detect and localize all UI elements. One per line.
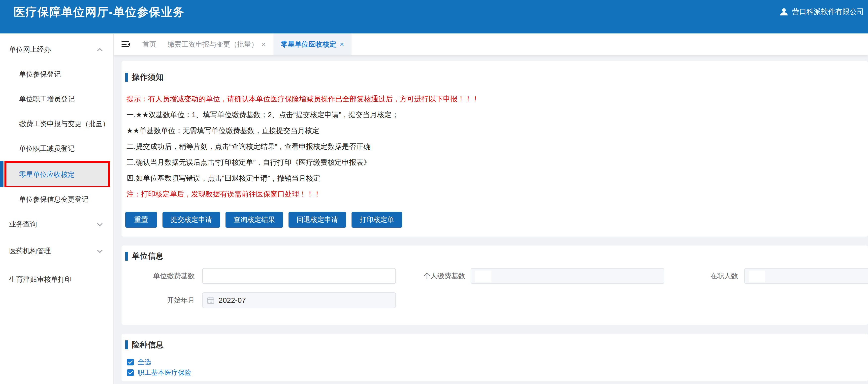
sidebar-active-indicator <box>0 161 3 188</box>
notice-warning-top: 提示：有人员增减变动的单位，请确认本单位医疗保险增减员操作已全部复核通过后，方可… <box>126 91 858 107</box>
employee-count-label: 在职人数 <box>672 268 738 284</box>
sidebar-group-label: 单位网上经办 <box>9 45 51 54</box>
sidebar-item-label: 缴费工资申报与变更（批量） <box>19 119 110 129</box>
sidebar: 单位网上经办 单位参保登记 单位职工增员登记 缴费工资申报与变更（批量） 单位职… <box>0 33 114 384</box>
app-header: 医疗保障单位网厅-单位参保业务 营口科派软件有限公司 <box>0 0 868 33</box>
app-root: 医疗保障单位网厅-单位参保业务 营口科派软件有限公司 单位网上经办 单位参保登记… <box>0 0 868 384</box>
action-button-row: 重置 提交核定申请 查询核定结果 回退核定申请 打印核定单 <box>125 212 402 228</box>
notice-line-1: 一.★★双基数单位：1、填写单位缴费基数；2、点击“提交核定申请”，提交当月核定… <box>126 107 858 123</box>
employee-count-input-disabled <box>744 268 868 284</box>
sidebar-item-label: 单位参保登记 <box>19 70 61 79</box>
sidebar-group-business-query[interactable]: 业务查询 <box>0 212 113 237</box>
section-title-text: 险种信息 <box>132 339 163 350</box>
title-bar-accent <box>125 73 128 82</box>
user-name: 营口科派软件有限公司 <box>792 7 864 17</box>
start-month-label: 开始年月 <box>129 292 195 308</box>
section-title-insurance: 险种信息 <box>125 339 163 350</box>
sidebar-item-label: 单位职工增员登记 <box>19 94 75 104</box>
personal-base-label: 个人缴费基数 <box>399 268 465 284</box>
tab-bar: 首页 缴费工资申报与变更（批量） × 零星单位应收核定 × <box>114 33 868 55</box>
card-insurance-info: 险种信息 全选 职工基本医疗保险 <box>122 334 868 381</box>
sidebar-group-unit-online[interactable]: 单位网上经办 <box>0 37 113 62</box>
notice-line-4: 三.确认当月数据无误后点击“打印核定单”，自行打印《医疗缴费核定申报表》 <box>126 154 858 170</box>
section-title-text: 操作须知 <box>132 72 163 83</box>
sidebar-item-label: 零星单位应收核定 <box>19 170 75 179</box>
close-icon[interactable]: × <box>340 41 344 48</box>
select-all-option[interactable]: 全选 <box>127 357 151 366</box>
unit-base-label: 单位缴费基数 <box>129 268 195 284</box>
collapse-menu-icon[interactable] <box>122 41 130 48</box>
submit-assessment-button[interactable]: 提交核定申请 <box>162 212 220 228</box>
calendar-icon <box>207 296 215 304</box>
tab-sporadic-assessment-active[interactable]: 零星单位应收核定 × <box>273 33 352 55</box>
tab-label: 零星单位应收核定 <box>281 40 336 49</box>
sidebar-group-label: 医药机构管理 <box>9 246 51 256</box>
start-month-value: 2022-07 <box>219 296 246 305</box>
rollback-request-button[interactable]: 回退核定申请 <box>288 212 346 228</box>
sidebar-group-medical-org[interactable]: 医药机构管理 <box>0 239 113 264</box>
sidebar-item-label: 单位职工减员登记 <box>19 144 75 153</box>
chevron-down-icon <box>98 249 102 253</box>
card-unit-info: 单位信息 单位缴费基数 个人缴费基数 在职人数 开始年月 <box>122 246 868 325</box>
tab-home[interactable]: 首页 <box>143 40 156 49</box>
notice-line-3: 二.提交成功后，稍等片刻，点击“查询核定结果”，查看申报核定数据是否正确 <box>126 138 858 154</box>
sidebar-item-unit-info-change[interactable]: 单位参保信息变更登记 <box>0 187 113 212</box>
page-title: 医疗保障单位网厅-单位参保业务 <box>13 4 185 20</box>
sidebar-item-label: 生育津贴审核单打印 <box>9 275 72 284</box>
unit-base-input[interactable] <box>202 268 396 284</box>
select-all-checkbox[interactable] <box>127 359 134 365</box>
sidebar-item-label: 单位参保信息变更登记 <box>19 195 89 204</box>
redacted-value-patch <box>749 271 765 282</box>
section-title-unit-info: 单位信息 <box>125 251 163 261</box>
notice-lines: 提示：有人员增减变动的单位，请确认本单位医疗保险增减员操作已全部复核通过后，方可… <box>126 91 858 202</box>
title-bar-accent <box>125 252 128 260</box>
checkbox-label: 职工基本医疗保险 <box>138 368 191 377</box>
sidebar-item-maternity-print[interactable]: 生育津贴审核单打印 <box>0 267 113 292</box>
user-icon <box>779 7 788 16</box>
chevron-up-icon <box>98 47 102 52</box>
notice-line-2: ★★单基数单位：无需填写单位缴费基数，直接提交当月核定 <box>126 123 858 138</box>
sidebar-item-employee-remove[interactable]: 单位职工减员登记 <box>0 136 113 161</box>
tab-salary-batch[interactable]: 缴费工资申报与变更（批量） × <box>168 33 271 55</box>
section-title-notice: 操作须知 <box>125 72 163 83</box>
start-month-input-disabled: 2022-07 <box>202 292 396 308</box>
sidebar-item-salary-batch[interactable]: 缴费工资申报与变更（批量） <box>0 111 113 136</box>
basic-medical-insurance-checkbox[interactable] <box>127 370 134 376</box>
sidebar-item-unit-register[interactable]: 单位参保登记 <box>0 62 113 87</box>
title-bar-accent <box>125 340 128 349</box>
user-info[interactable]: 营口科派软件有限公司 <box>779 7 864 17</box>
sidebar-group-label: 业务查询 <box>9 219 37 229</box>
main-content: 操作须知 提示：有人员增减变动的单位，请确认本单位医疗保险增减员操作已全部复核通… <box>114 55 868 384</box>
personal-base-input-disabled <box>471 268 664 284</box>
close-icon[interactable]: × <box>261 41 266 48</box>
notice-line-5: 四.如单位基数填写错误，点击“回退核定申请”，撤销当月核定 <box>126 170 858 186</box>
basic-medical-insurance-option[interactable]: 职工基本医疗保险 <box>127 368 191 377</box>
sidebar-item-employee-add[interactable]: 单位职工增员登记 <box>0 87 113 111</box>
checkbox-label: 全选 <box>138 357 151 366</box>
notice-warning-bottom: 注：打印核定单后，发现数据有误需前往医保窗口处理！！！ <box>126 186 858 202</box>
query-result-button[interactable]: 查询核定结果 <box>225 212 283 228</box>
sidebar-item-sporadic-assessment-active[interactable]: 零星单位应收核定 <box>4 161 110 188</box>
chevron-down-icon <box>98 222 102 226</box>
print-sheet-button[interactable]: 打印核定单 <box>351 212 402 228</box>
reset-button[interactable]: 重置 <box>125 212 157 228</box>
section-title-text: 单位信息 <box>132 251 163 261</box>
card-operation-notice: 操作须知 提示：有人员增减变动的单位，请确认本单位医疗保险增减员操作已全部复核通… <box>122 61 868 237</box>
redacted-value-patch <box>475 271 491 282</box>
tab-label: 缴费工资申报与变更（批量） <box>168 40 258 49</box>
